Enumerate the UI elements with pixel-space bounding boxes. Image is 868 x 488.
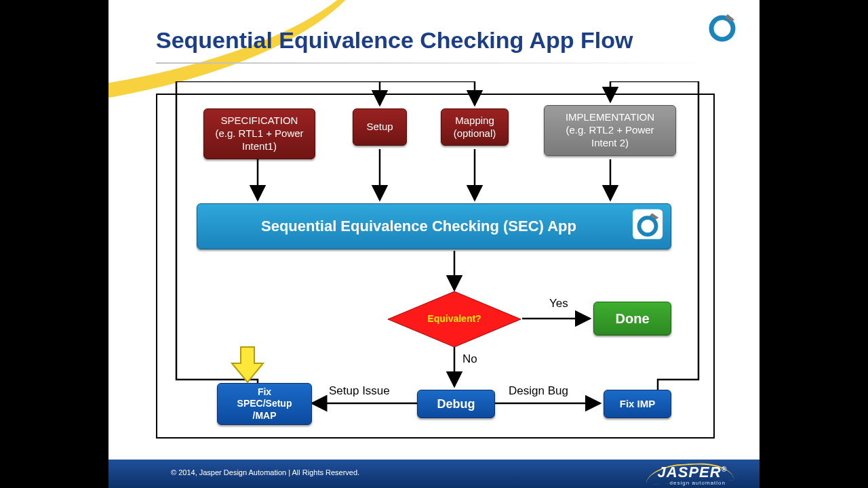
flow-diagram: SPECIFICATION (e.g. RTL1 + Power Intent1… bbox=[156, 81, 712, 447]
node-debug: Debug bbox=[417, 390, 495, 418]
label-design-bug: Design Bug bbox=[509, 384, 568, 398]
title-underline bbox=[156, 62, 712, 64]
svg-rect-6 bbox=[643, 227, 652, 228]
footer-bar: © 2014, Jasper Design Automation | All R… bbox=[108, 460, 760, 488]
svg-rect-1 bbox=[717, 26, 728, 28]
node-decision: Equivalent? bbox=[387, 290, 522, 348]
node-setup: Setup bbox=[353, 108, 407, 146]
node-done: Done bbox=[593, 302, 671, 336]
sec-app-badge-icon bbox=[631, 208, 664, 245]
node-specification: SPECIFICATION (e.g. RTL1 + Power Intent1… bbox=[203, 108, 315, 159]
svg-rect-2 bbox=[717, 30, 728, 32]
slide: Sequential Equivalence Checking App Flow bbox=[108, 0, 760, 488]
node-fiximp: Fix IMP bbox=[604, 390, 671, 418]
highlight-arrow-icon bbox=[231, 344, 264, 388]
slide-title: Sequential Equivalence Checking App Flow bbox=[156, 27, 633, 54]
brand-logo: JASPER® bbox=[658, 464, 727, 481]
footer-copyright: © 2014, Jasper Design Automation | All R… bbox=[171, 468, 359, 476]
label-yes: Yes bbox=[549, 297, 568, 310]
brand-tagline: design automation bbox=[670, 480, 726, 486]
label-no: No bbox=[462, 352, 477, 366]
sec-app-icon bbox=[705, 9, 739, 46]
node-implementation: IMPLEMENTATION (e.g. RTL2 + Power Intent… bbox=[544, 105, 676, 156]
label-setup-issue: Setup Issue bbox=[329, 384, 390, 398]
svg-rect-5 bbox=[643, 224, 652, 226]
node-sec-app: Sequential Equivalence Checking (SEC) Ap… bbox=[197, 203, 671, 249]
node-mapping: Mapping (optional) bbox=[441, 108, 509, 146]
node-fixspec: Fix SPEC/Setup /MAP bbox=[217, 383, 312, 425]
